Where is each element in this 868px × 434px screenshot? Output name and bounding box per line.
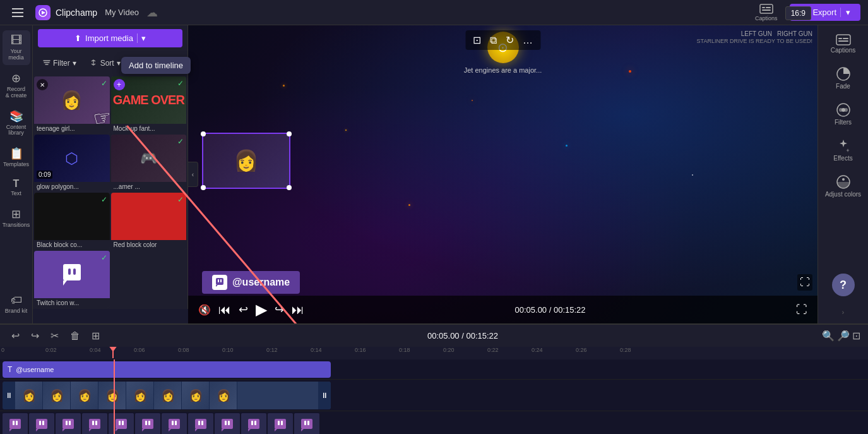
subtitle-text: Jet engines are a major...	[464, 66, 542, 74]
glow-polygon-label: glow polygon...	[34, 182, 110, 191]
media-item-glow-polygon[interactable]: ⬡ 0:09 glow polygon...	[34, 135, 110, 191]
video-track-clip[interactable]: ⏸ 👩 👩 👩 👩 👩 👩 👩 👩	[3, 382, 331, 409]
fit-timeline-button[interactable]: ⊡	[852, 330, 860, 342]
split-button[interactable]: ⊞	[88, 327, 104, 344]
sidebar-item-label-templates: Templates	[3, 162, 29, 168]
svg-rect-72	[281, 421, 283, 425]
rewind-button[interactable]: ↩	[239, 303, 248, 316]
captions-label: Captions	[755, 15, 778, 21]
ruler-mark-1: 0:02	[45, 347, 57, 353]
redo-button[interactable]: ↪	[27, 327, 43, 344]
ruler-mark-12: 0:24	[532, 347, 543, 353]
skip-forward-button[interactable]: ⏭	[292, 303, 304, 317]
sidebar-item-content-library[interactable]: 📚 Content library	[3, 105, 30, 141]
effects-label: Effects	[833, 155, 852, 162]
svg-rect-1	[12, 12, 23, 13]
media-grid: 👩 ✕ ✓ teenage girl... GAME OVER + ✓ Mock…	[33, 75, 187, 309]
fullscreen-button[interactable]: ⛶	[797, 274, 812, 291]
logo-frame-2	[29, 413, 54, 434]
captions-button[interactable]: Captions	[755, 4, 778, 21]
text-track-label: @username	[16, 366, 54, 373]
rotate-button[interactable]: ↻	[503, 33, 516, 47]
sidebar-item-transitions[interactable]: ⊞ Transitions	[3, 203, 30, 232]
pip-button[interactable]: ⧉	[487, 33, 499, 47]
adjust-colors-label: Adjust colors	[825, 191, 861, 198]
right-sidebar-item-captions[interactable]: Captions	[821, 30, 865, 57]
zoom-out-button[interactable]: 🔍	[822, 330, 835, 342]
mute-button[interactable]: 🔇	[198, 304, 211, 316]
expand-preview-button[interactable]: ⛶	[796, 303, 807, 316]
delete-button[interactable]: 🗑	[66, 328, 84, 344]
delete-teenage-girl-button[interactable]: ✕	[37, 79, 48, 90]
zoom-in-button[interactable]: 🔎	[837, 330, 850, 342]
svg-rect-71	[278, 421, 280, 425]
svg-marker-65	[222, 429, 224, 431]
topbar: Clipchamp My Video ☁ 16:9 Captions Expor…	[0, 0, 868, 25]
hamburger-button[interactable]	[8, 3, 28, 23]
fade-label: Fade	[836, 83, 850, 90]
right-sidebar-item-fade[interactable]: Fade	[821, 63, 865, 93]
help-button[interactable]: ?	[832, 274, 855, 296]
svg-rect-76	[307, 421, 309, 425]
export-chevron-icon[interactable]: ▾	[840, 8, 850, 17]
collapse-media-panel-button[interactable]: ‹	[188, 162, 198, 187]
templates-icon: 📋	[9, 147, 23, 160]
cut-button[interactable]: ✂	[47, 327, 62, 344]
sidebar-icons: 🎞 Your media ⊕ Record & create 📚 Content…	[0, 25, 33, 323]
right-sidebar-item-filters[interactable]: Filters	[821, 99, 865, 130]
timeline-container: 0 0:02 0:04 0:06 0:08 0:10 0:12 0:14 0:1…	[0, 347, 868, 434]
sidebar-item-label-record-create: Record & create	[5, 87, 28, 99]
crop-button[interactable]: ⊡	[470, 33, 484, 47]
svg-rect-63	[225, 421, 227, 425]
forward-button[interactable]: ↪	[275, 303, 284, 316]
svg-rect-7	[766, 7, 771, 8]
your-media-icon: 🎞	[11, 34, 22, 47]
media-item-twitch-icon[interactable]: ✓ Twitch icon w...	[34, 251, 110, 308]
effects-icon	[836, 138, 851, 154]
media-item-mock-up[interactable]: GAME OVER + ✓ Mock-up fant...	[111, 76, 187, 133]
import-chevron-icon[interactable]: ▾	[137, 33, 146, 43]
media-item-black-block[interactable]: ✓ Black block co...	[34, 193, 110, 250]
aspect-ratio-badge[interactable]: 16:9	[785, 6, 811, 20]
pip-container[interactable]: 👩	[202, 133, 290, 189]
play-button[interactable]: ▶	[256, 301, 267, 318]
sidebar-item-text[interactable]: T Text	[3, 174, 30, 201]
pip-corner-br	[287, 185, 292, 190]
svg-rect-54	[169, 419, 180, 429]
media-item-unnamed[interactable]: 🎮 ✓ ...amer ...	[111, 135, 187, 191]
media-item-red-block[interactable]: ✓ Red block color	[111, 193, 187, 250]
right-sidebar-item-effects[interactable]: Effects	[821, 135, 865, 166]
captions-icon	[836, 34, 851, 45]
undo-button[interactable]: ↩	[8, 327, 23, 344]
sort-button[interactable]: Sort ▾	[85, 56, 126, 70]
svg-rect-34	[36, 419, 47, 429]
sidebar-item-record-create[interactable]: ⊕ Record & create	[3, 68, 30, 103]
svg-rect-19	[836, 35, 850, 45]
svg-rect-66	[248, 419, 259, 429]
filter-button[interactable]: Filter ▾	[38, 56, 81, 70]
mock-up-label: Mock-up fant...	[111, 124, 187, 133]
text-track-clip[interactable]: T @username	[3, 361, 331, 378]
media-item-teenage-girl[interactable]: 👩 ✕ ✓ teenage girl...	[34, 76, 110, 133]
video-title[interactable]: My Video	[105, 8, 139, 17]
pip-corner-tr	[287, 131, 292, 136]
video-background: LEFT GUNRIGHT GUN STARLINER DRIVE IS REA…	[188, 25, 817, 323]
unnamed-label: ...amer ...	[111, 182, 187, 191]
sidebar-item-your-media[interactable]: 🎞 Your media	[3, 30, 30, 65]
skip-back-button[interactable]: ⏮	[218, 303, 231, 317]
ruler-mark-2: 0:04	[90, 347, 101, 353]
logo-track-clip[interactable]	[3, 413, 331, 434]
sidebar-item-templates[interactable]: 📋 Templates	[3, 143, 30, 172]
sidebar-item-brand-kit[interactable]: 🏷 Brand kit	[3, 290, 30, 318]
add-mock-up-button[interactable]: +	[114, 79, 125, 90]
video-frame-3: 👩	[71, 382, 98, 409]
import-media-button[interactable]: ⬆ Import media ▾	[38, 29, 182, 47]
expand-sidebar-button[interactable]: ›	[840, 306, 847, 318]
svg-rect-48	[122, 421, 124, 425]
svg-rect-39	[66, 421, 68, 425]
particle-4	[566, 145, 568, 147]
svg-rect-56	[175, 421, 177, 425]
right-sidebar-item-adjust-colors[interactable]: Adjust colors	[821, 171, 865, 202]
more-options-button[interactable]: …	[520, 33, 535, 47]
sidebar-item-label-content-library: Content library	[5, 124, 28, 137]
